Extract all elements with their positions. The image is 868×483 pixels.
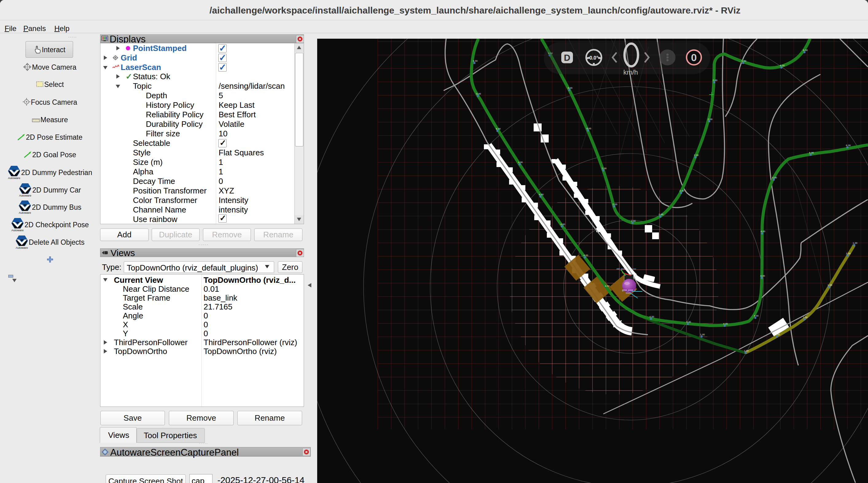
- svg-text:4.00: 4.00: [723, 323, 728, 325]
- svg-text:gnss_pose_c: gnss_pose_c: [622, 289, 636, 292]
- svg-text:4.00: 4.00: [649, 315, 654, 318]
- svg-text:2.00: 2.00: [694, 154, 699, 157]
- svg-text:6.00: 6.00: [473, 60, 478, 62]
- svg-text:6.00: 6.00: [742, 60, 746, 62]
- svg-text:6.00: 6.00: [846, 144, 851, 147]
- svg-text:4.00: 4.00: [560, 223, 565, 226]
- svg-text:6.00: 6.00: [809, 151, 814, 154]
- svg-text:0: 0: [691, 52, 697, 63]
- svg-text:Autoware: Autoware: [11, 229, 24, 232]
- svg-text:4.00: 4.00: [686, 321, 691, 323]
- svg-text:6.00: 6.00: [568, 87, 572, 89]
- svg-text:2.00: 2.00: [659, 213, 663, 216]
- svg-text:2.00: 2.00: [708, 118, 713, 121]
- svg-text:Autoware: Autoware: [16, 246, 28, 249]
- svg-text:Autoware: Autoware: [8, 176, 20, 179]
- svg-text:0.0°: 0.0°: [590, 55, 598, 60]
- svg-text:km/h: km/h: [623, 68, 638, 76]
- svg-text:1.00: 1.00: [828, 284, 832, 286]
- svg-text:6.00: 6.00: [496, 127, 501, 130]
- svg-text:1.00: 1.00: [846, 252, 851, 255]
- svg-text:4.00: 4.00: [761, 230, 766, 233]
- svg-text:4.00: 4.00: [539, 193, 544, 196]
- svg-text:ekf_pose_with_cov: ekf_pose_with_cov: [617, 267, 636, 270]
- svg-text:4.00: 4.00: [583, 254, 588, 257]
- svg-text:Autoware: Autoware: [19, 211, 31, 214]
- svg-text:6.00: 6.00: [476, 92, 481, 95]
- svg-text:1.00: 1.00: [775, 333, 780, 336]
- svg-text:Autoware: Autoware: [19, 194, 31, 197]
- svg-text:6.00: 6.00: [772, 176, 777, 179]
- svg-text:2.00: 2.00: [680, 189, 684, 192]
- svg-text:2.00: 2.00: [613, 203, 617, 206]
- svg-text:2000: 2000: [626, 292, 631, 294]
- svg-text:1.00: 1.00: [744, 350, 749, 352]
- svg-text:6.00: 6.00: [803, 49, 808, 52]
- svg-text:2.00: 2.00: [631, 219, 636, 222]
- svg-text:D: D: [564, 53, 570, 63]
- svg-text:4.00: 4.00: [760, 274, 765, 277]
- svg-text:2.00: 2.00: [713, 79, 718, 82]
- svg-text:4.00: 4.00: [518, 161, 523, 164]
- svg-text:4.00: 4.00: [605, 284, 610, 288]
- svg-text:2.00: 2.00: [602, 167, 607, 170]
- svg-text:6.00: 6.00: [780, 64, 785, 67]
- svg-text:1.00: 1.00: [803, 316, 808, 319]
- svg-text:1.00: 1.00: [852, 242, 858, 244]
- svg-text:6.00: 6.00: [586, 127, 591, 130]
- svg-text:1.00: 1.00: [700, 333, 705, 336]
- svg-text:4.00: 4.00: [754, 314, 759, 317]
